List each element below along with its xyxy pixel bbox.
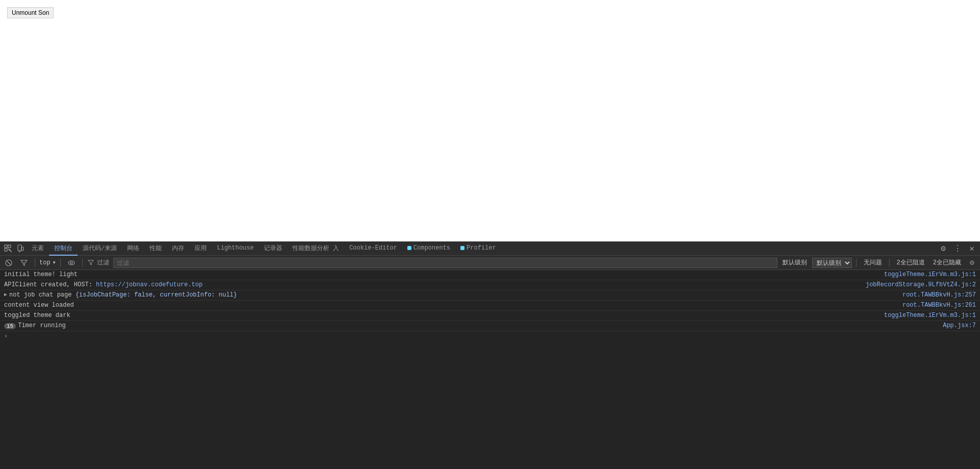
tab-components[interactable]: Components	[402, 241, 455, 256]
console-message-source[interactable]: App.jsx:7	[939, 322, 976, 329]
tab-profiler[interactable]: Profiler	[455, 241, 501, 256]
tab-recorder[interactable]: 记录器	[259, 241, 287, 256]
console-message-text: toggled theme dark	[4, 312, 880, 319]
tab-cookie-editor[interactable]: Cookie-Editor	[344, 241, 402, 256]
tab-application[interactable]: 应用	[189, 241, 212, 256]
svg-rect-5	[21, 247, 23, 251]
inspect-element-icon[interactable]	[2, 242, 14, 255]
device-toolbar-icon[interactable]	[14, 242, 27, 255]
svg-rect-1	[5, 249, 7, 251]
svg-point-9	[70, 262, 72, 264]
warnings-count-badge: 2全已隐藏	[930, 258, 964, 267]
top-context-selector: top ▾	[39, 259, 56, 266]
console-message-text: Timer running	[18, 322, 939, 329]
filter-icon	[87, 259, 95, 267]
tab-perf-insights[interactable]: 性能数据分析 入	[287, 241, 344, 256]
errors-count-badge: 2全已阻道	[894, 258, 928, 267]
console-input[interactable]	[10, 333, 976, 340]
console-message-source[interactable]: root.TAWBBkvH.js:261	[898, 302, 976, 309]
top-arrow: ▾	[53, 259, 56, 266]
console-row: initial theme! light toggleTheme.iErVm.m…	[0, 270, 980, 280]
tab-network[interactable]: 网络	[122, 241, 144, 256]
devtools-tab-bar: 元素 控制台 源代码/来源 网络 性能 内存 应用 Lighthouse 记录器…	[0, 241, 980, 256]
console-message-text: initial theme! light	[4, 271, 880, 278]
filter-toggle-button[interactable]	[17, 258, 31, 268]
console-filter-input[interactable]	[113, 258, 777, 268]
tab-elements[interactable]: 元素	[27, 241, 49, 256]
console-message-text: not job chat page {isJobChatPage: false,…	[9, 291, 898, 299]
svg-line-7	[7, 261, 11, 264]
console-message-source[interactable]: toggleTheme.iErVm.m3.js:1	[880, 271, 976, 278]
expand-arrow-icon[interactable]: ▶	[4, 291, 7, 298]
console-message-source[interactable]: toggleTheme.iErVm.m3.js:1	[880, 312, 976, 319]
console-row: content view loaded root.TAWBBkvH.js:261	[0, 301, 980, 311]
clear-console-button[interactable]	[2, 258, 15, 268]
console-prompt-symbol: ›	[4, 333, 8, 340]
api-host-link[interactable]: https://jobnav.codefuture.top	[96, 281, 203, 288]
toolbar-divider5	[889, 259, 890, 267]
svg-rect-0	[5, 245, 7, 248]
console-row: APIClient created, HOST: https://jobnav.…	[0, 280, 980, 290]
svg-rect-4	[19, 251, 20, 252]
settings-icon[interactable]: ⚙	[937, 242, 949, 255]
top-label: top	[39, 259, 51, 266]
message-count-badge: 15	[4, 323, 16, 329]
profiler-dot	[460, 246, 464, 250]
console-message-source[interactable]: jobRecordStorage.9LfbVtZ4.js:2	[862, 281, 976, 288]
console-row: 15 Timer running App.jsx:7	[0, 321, 980, 331]
no-issues-badge: 无问题	[861, 258, 885, 267]
filter-label: 过滤	[97, 258, 109, 267]
toolbar-divider4	[856, 259, 856, 267]
tab-lighthouse[interactable]: Lighthouse	[212, 241, 259, 256]
console-row: ▶ not job chat page {isJobChatPage: fals…	[0, 290, 980, 301]
tab-memory[interactable]: 内存	[167, 241, 189, 256]
toolbar-divider	[35, 259, 35, 267]
devtools-panel: 元素 控制台 源代码/来源 网络 性能 内存 应用 Lighthouse 记录器…	[0, 241, 980, 469]
default-level-label: 默认级别	[779, 258, 810, 267]
more-options-icon[interactable]: ⋮	[951, 242, 964, 255]
level-select[interactable]: 默认级别 详细 信息 警告 错误	[812, 258, 852, 268]
console-message-source[interactable]: root.TAWBBkvH.js:257	[898, 291, 976, 299]
tab-console[interactable]: 控制台	[49, 241, 78, 256]
console-row: toggled theme dark toggleTheme.iErVm.m3.…	[0, 311, 980, 321]
svg-point-8	[68, 261, 75, 265]
components-dot	[407, 246, 411, 250]
svg-rect-2	[8, 245, 11, 248]
console-messages: initial theme! light toggleTheme.iErVm.m…	[0, 270, 980, 469]
console-prompt-row: ›	[0, 331, 980, 341]
unmount-son-button[interactable]: Unmount Son	[7, 7, 54, 18]
toolbar-right: ⚙ ⋮ ✕	[937, 242, 978, 255]
app-area: Unmount Son	[0, 0, 980, 241]
console-message-text: APIClient created, HOST: https://jobnav.…	[4, 281, 862, 288]
toolbar-divider2	[60, 259, 61, 267]
console-settings-icon[interactable]: ⚙	[966, 258, 978, 268]
console-message-text: content view loaded	[4, 302, 898, 309]
console-toolbar: top ▾ 过滤 默认级别 默认级别 详细 信息 警告 错误 无问题 2全已阻道…	[0, 256, 980, 270]
api-client-text: APIClient created, HOST:	[4, 281, 96, 288]
tab-sources[interactable]: 源代码/来源	[78, 241, 122, 256]
svg-rect-3	[18, 245, 21, 251]
tab-performance[interactable]: 性能	[144, 241, 167, 256]
close-devtools-icon[interactable]: ✕	[966, 242, 978, 255]
eye-button[interactable]	[65, 258, 78, 268]
toolbar-divider3	[82, 259, 83, 267]
